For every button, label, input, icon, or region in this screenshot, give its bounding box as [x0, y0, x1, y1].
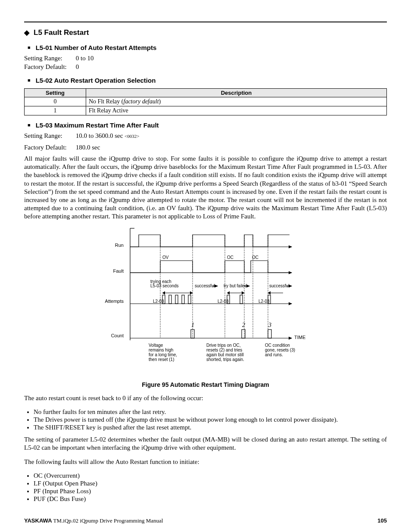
diagram-note-1: Voltage remains high for a long time, th…	[149, 343, 178, 362]
diagram-label-ov: OV	[162, 255, 169, 260]
table-row: 0 No Flt Relay (factory default)	[25, 97, 387, 106]
factory-default-label: Factory Default:	[24, 144, 74, 151]
svg-rect-9	[188, 295, 191, 304]
svg-marker-17	[227, 291, 230, 295]
section-title: L5 Fault Restart	[24, 28, 387, 37]
diagram-label-l203: L2-03	[258, 299, 270, 304]
subsection-l5-01-title: L5-01 Number of Auto Restart Attempts	[24, 44, 387, 51]
diagram-label-successful: successful	[269, 283, 290, 288]
page-number: 105	[377, 517, 387, 524]
diagram-label-trying: trying eachL5-03 seconds	[150, 279, 179, 288]
svg-rect-6	[169, 295, 171, 304]
setting-range-value: 10.0 to 3600.0 sec	[76, 132, 125, 139]
list-item: No further faults for ten minutes after …	[34, 408, 387, 416]
diagram-label-l203: L2-03	[153, 299, 164, 304]
list-item: LF (Output Open Phase)	[34, 480, 387, 487]
l5-03-setting-range: Setting Range: 10.0 to 3600.0 sec <0032>	[24, 132, 387, 140]
factory-default-value: 180.0 sec	[76, 144, 100, 151]
list-item: The Drives power is turned off (the iQpu…	[34, 416, 387, 423]
table-header-setting: Setting	[25, 89, 86, 97]
subsection-l5-03-title: L5-03 Maximum Restart Time After Fault	[24, 121, 387, 129]
setting-range-label: Setting Range:	[24, 132, 74, 140]
l5-01-factory-default: Factory Default: 0	[24, 63, 387, 71]
setting-range-code: <0032>	[125, 134, 139, 139]
diagram-note-3: OC condition gone, resets (3) and runs.	[265, 343, 296, 357]
l5-02-table: Setting Description 0 No Flt Relay (fact…	[24, 88, 387, 115]
list-item: PF (Input Phase Loss)	[34, 488, 387, 495]
factory-default-value: 0	[76, 63, 79, 70]
table-cell-setting: 0	[25, 97, 86, 106]
svg-rect-7	[175, 295, 178, 304]
svg-marker-15	[190, 291, 193, 295]
table-header-description: Description	[86, 89, 387, 97]
diagram-label-successful: successful	[195, 283, 215, 288]
footer-brand: YASKAWA	[24, 517, 52, 524]
table-row: 1 Flt Relay Active	[25, 106, 387, 115]
l5-01-setting-range: Setting Range: 0 to 10	[24, 55, 387, 62]
top-divider	[24, 22, 387, 22]
footer-doc: TM.iQp.02 iQpump Drive Programming Manua…	[52, 517, 163, 524]
row-label-run: Run	[115, 243, 124, 248]
diagram-count-2: 2	[242, 322, 245, 328]
diagram-label-time: TIME	[294, 335, 305, 340]
table-cell-setting: 1	[25, 106, 86, 115]
table-cell-description: No Flt Relay (factory default)	[86, 97, 387, 106]
svg-marker-18	[242, 291, 244, 295]
setting-range-label: Setting Range:	[24, 55, 74, 62]
l5-03-paragraph: All major faults will cause the iQpump d…	[24, 155, 387, 221]
svg-rect-27	[268, 330, 271, 338]
page-footer: YASKAWA TM.iQp.02 iQpump Drive Programmi…	[24, 517, 387, 524]
row-label-attempts: Attempts	[105, 299, 124, 304]
fault-bullet-list: OC (Overcurrent) LF (Output Open Phase) …	[24, 472, 387, 503]
diagram-label-try-failed: try but failed	[224, 283, 247, 288]
diagram-count-3: 3	[268, 322, 271, 328]
l5-03-factory-default: Factory Default: 180.0 sec	[24, 144, 387, 151]
factory-default-label: Factory Default:	[24, 63, 74, 71]
setting-range-value: 0 to 10	[76, 55, 94, 62]
list-item: PUF (DC Bus Fuse)	[34, 495, 387, 503]
list-item: The SHIFT/RESET key is pushed after the …	[34, 424, 387, 431]
l5-02-paragraph: The setting of parameter L5-02 determine…	[24, 436, 387, 452]
svg-marker-20	[268, 291, 271, 295]
list-item: OC (Overcurrent)	[34, 472, 387, 479]
reset-intro: The auto restart count is reset back to …	[24, 395, 387, 402]
table-cell-description: Flt Relay Active	[86, 106, 387, 115]
diagram-label-oc: OC	[227, 255, 234, 260]
subsection-l5-02-title: L5-02 Auto Restart Operation Selection	[24, 77, 387, 84]
row-label-count: Count	[111, 333, 124, 338]
diagram-note-2: Drive trips on OC, resets (2) and tries …	[206, 343, 245, 362]
reset-bullet-list: No further faults for ten minutes after …	[24, 408, 387, 431]
svg-rect-8	[182, 295, 184, 304]
diagram-label-l203: L2-03	[218, 299, 229, 304]
faults-intro: The following faults will allow the Auto…	[24, 458, 387, 466]
svg-rect-26	[242, 330, 245, 338]
svg-rect-11	[240, 295, 243, 304]
timing-diagram: Run Fault Attempts Count OV OC OC L2-03 …	[24, 226, 387, 379]
svg-marker-14	[162, 291, 165, 295]
row-label-fault: Fault	[113, 268, 124, 274]
diagram-caption: Figure 95 Automatic Restart Timing Diagr…	[24, 381, 387, 388]
